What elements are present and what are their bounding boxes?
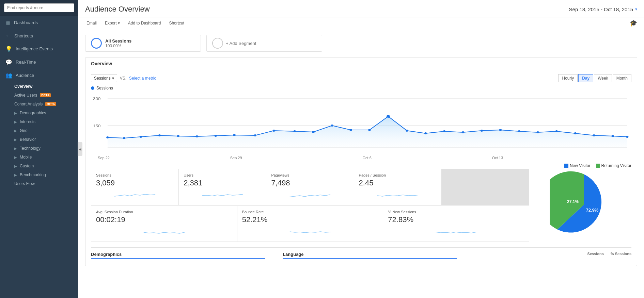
sidebar-item-demographics[interactable]: ▶ Demographics — [0, 109, 78, 117]
email-button[interactable]: Email — [85, 20, 98, 26]
time-btn-month[interactable]: Month — [613, 74, 631, 82]
shortcut-button[interactable]: Shortcut — [168, 20, 186, 26]
content-area: All Sessions 100.00% + Add Segment Overv… — [78, 29, 644, 298]
time-btn-hourly[interactable]: Hourly — [558, 74, 578, 82]
sidebar-item-active-users[interactable]: Active Users BETA — [0, 91, 78, 100]
svg-point-23 — [424, 132, 427, 134]
new-sessions-value: 72.83% — [388, 215, 524, 224]
sidebar-item-dashboards[interactable]: ▦ Dashboards — [0, 16, 78, 29]
svg-point-7 — [123, 137, 125, 139]
x-label-1: Sep 22 — [98, 156, 110, 160]
new-pct-label: 72.9% — [586, 208, 599, 213]
sidebar-item-custom[interactable]: ▶ Custom — [0, 162, 78, 170]
svg-point-22 — [406, 130, 408, 132]
svg-point-21 — [387, 115, 390, 118]
export-arrow-icon: ▾ — [118, 21, 120, 26]
svg-point-8 — [140, 136, 142, 138]
bookmark-container: 🎓 — [630, 19, 637, 27]
date-range-dropdown-icon: ▾ — [635, 7, 637, 12]
demographics-arrow: ▶ — [14, 111, 17, 115]
sessions-legend-dot — [91, 86, 94, 90]
pageviews-label: Pageviews — [271, 173, 349, 177]
metric-pages-session: Pages / Session 2.45 — [354, 169, 441, 205]
select-metric-link[interactable]: Select a metric — [129, 76, 156, 81]
geo-arrow: ▶ — [14, 129, 17, 133]
all-sessions-segment[interactable]: All Sessions 100.00% — [85, 35, 201, 52]
pie-legend: New Visitor Returning Visitor — [564, 163, 631, 168]
language-header: Language — [283, 252, 457, 259]
search-input[interactable] — [4, 3, 74, 12]
dashboards-label: Dashboards — [14, 20, 38, 25]
metric-sessions: Sessions 3,059 — [91, 169, 178, 205]
bookmark-icon[interactable]: 🎓 — [630, 20, 637, 27]
svg-point-25 — [462, 131, 464, 133]
svg-point-32 — [593, 134, 595, 136]
svg-point-9 — [158, 134, 161, 136]
svg-point-33 — [611, 135, 614, 137]
sidebar-item-intelligence[interactable]: 💡 Intelligence Events — [0, 42, 78, 55]
sidebar-item-audience[interactable]: 👥 Audience — [0, 69, 78, 82]
svg-point-26 — [481, 130, 483, 132]
sessions-label: Sessions — [96, 173, 174, 177]
svg-point-15 — [272, 130, 275, 132]
cohort-label: Cohort Analysis — [14, 102, 43, 106]
svg-point-29 — [537, 131, 539, 133]
sidebar-search-container — [0, 0, 78, 16]
sidebar-item-users-flow[interactable]: Users Flow — [0, 179, 78, 188]
interests-label: Interests — [20, 119, 35, 124]
x-label-2: Sep 29 — [230, 156, 242, 160]
metric-avg-duration: Avg. Session Duration 00:02:19 — [91, 206, 237, 242]
time-btn-day[interactable]: Day — [578, 74, 593, 82]
demo-spacer — [265, 252, 283, 262]
x-label-3: Oct 6 — [362, 156, 371, 160]
svg-point-24 — [443, 130, 445, 132]
metric-dropdown[interactable]: Sessions ▾ — [91, 74, 117, 82]
sidebar-item-geo[interactable]: ▶ Geo — [0, 126, 78, 135]
demographics-label: Demographics — [20, 111, 46, 115]
chart-wrapper: 300 150 — [91, 93, 631, 154]
export-button[interactable]: Export ▾ — [104, 20, 121, 26]
chart-controls: Sessions ▾ VS. Select a metric Hourly Da… — [91, 74, 631, 82]
date-range[interactable]: Sep 18, 2015 - Oct 18, 2015 ▾ — [569, 6, 637, 12]
metric-dropdown-label: Sessions — [94, 76, 111, 81]
pages-session-mini-chart — [359, 189, 437, 200]
svg-point-12 — [215, 135, 217, 137]
benchmarking-label: Benchmarking — [20, 172, 46, 177]
time-btn-week[interactable]: Week — [594, 74, 612, 82]
svg-point-30 — [555, 130, 558, 132]
demographics-col: Demographics — [91, 252, 265, 262]
segment-pct: 100.00% — [105, 44, 131, 48]
avg-duration-label: Avg. Session Duration — [96, 210, 232, 214]
sidebar-item-behavior[interactable]: ▶ Behavior — [0, 135, 78, 144]
segment-info: All Sessions 100.00% — [105, 38, 131, 48]
metric-new-sessions: % New Sessions 72.83% — [383, 206, 529, 242]
bounce-rate-value: 52.21% — [242, 215, 378, 224]
sidebar-item-interests[interactable]: ▶ Interests — [0, 117, 78, 126]
returning-visitor-legend-square — [596, 164, 600, 168]
pie-section: New Visitor Returning Visitor — [536, 163, 631, 242]
svg-point-14 — [254, 134, 256, 136]
sidebar-item-shortcuts[interactable]: ← Shortcuts — [0, 29, 78, 42]
returning-pct-label: 27.1% — [567, 199, 579, 204]
sidebar-item-technology[interactable]: ▶ Technology — [0, 144, 78, 153]
svg-point-27 — [499, 129, 502, 131]
sessions-mini-chart — [96, 189, 174, 200]
segment-name: All Sessions — [105, 38, 131, 44]
sidebar-item-benchmarking[interactable]: ▶ Benchmarking — [0, 170, 78, 179]
sidebar-item-cohort[interactable]: Cohort Analysis BETA — [0, 100, 78, 109]
sidebar-item-overview[interactable]: Overview — [0, 82, 78, 91]
pie-chart-svg: 72.9% 27.1% — [550, 171, 618, 239]
svg-point-28 — [518, 130, 520, 132]
sidebar: ▦ Dashboards ← Shortcuts 💡 Intelligence … — [0, 0, 78, 298]
metrics-pie-container: Sessions 3,059 Users 2,381 — [91, 163, 631, 242]
avg-duration-mini-chart — [96, 226, 232, 236]
sidebar-item-mobile[interactable]: ▶ Mobile — [0, 153, 78, 162]
sidebar-item-realtime[interactable]: 💬 Real-Time — [0, 55, 78, 69]
sidebar-collapse-handle[interactable]: ◀ — [78, 142, 82, 156]
svg-point-17 — [312, 131, 314, 133]
toolbar: Email Export ▾ Add to Dashboard Shortcut… — [78, 17, 644, 29]
overview-header: Overview — [85, 57, 637, 70]
add-segment-button[interactable]: + Add Segment — [206, 35, 322, 52]
add-dashboard-button[interactable]: Add to Dashboard — [127, 20, 162, 26]
x-label-4: Oct 13 — [492, 156, 503, 160]
